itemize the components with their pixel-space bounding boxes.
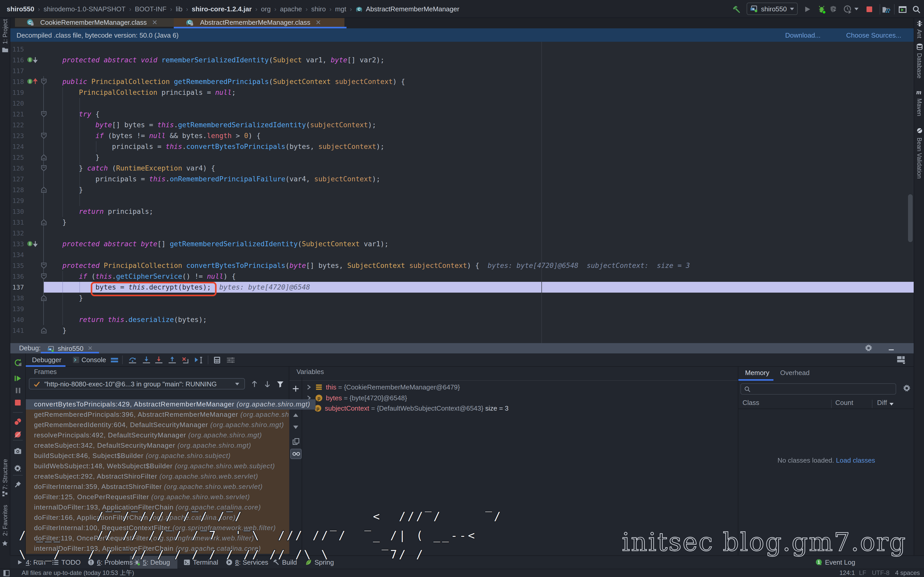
toolwindow-bean-validation-label[interactable]: Bean Validation bbox=[916, 137, 922, 179]
watch-down-icon[interactable] bbox=[291, 422, 300, 431]
tab-cookieremembermemanager[interactable]: C CookieRememberMeManager.class ✕ bbox=[15, 18, 174, 27]
debug-icon[interactable] bbox=[817, 5, 826, 14]
stack-frame-row[interactable]: createSubject:292, AbstractShiroFilter (… bbox=[26, 471, 289, 482]
ant-toolwindow-icon[interactable] bbox=[916, 20, 923, 27]
session-close-icon[interactable]: ✕ bbox=[88, 345, 93, 352]
coverage-icon[interactable] bbox=[829, 5, 838, 14]
code-editor[interactable]: 115116I117118I11912012112212312412512612… bbox=[10, 42, 914, 343]
load-classes-link[interactable]: Load classes bbox=[836, 456, 875, 464]
toolwindow-maven-label[interactable]: Maven bbox=[916, 98, 922, 116]
caret-position[interactable]: 124:1 bbox=[840, 569, 855, 577]
evaluate-expression-icon[interactable] bbox=[212, 356, 221, 364]
memory-settings-icon[interactable] bbox=[902, 384, 911, 393]
line-ending[interactable]: LF bbox=[859, 569, 866, 577]
editor-scrollbar[interactable] bbox=[908, 194, 913, 242]
tab-close-icon[interactable]: ✕ bbox=[152, 19, 158, 26]
toolwindow-toggle-icon[interactable] bbox=[3, 570, 10, 577]
search-everywhere-icon[interactable] bbox=[912, 5, 921, 14]
filter-frames-icon[interactable] bbox=[276, 379, 284, 388]
stack-frame-row[interactable]: createSubject:342, DefaultSecurityManage… bbox=[26, 440, 289, 451]
frame-up-icon[interactable] bbox=[250, 379, 259, 388]
run-icon[interactable] bbox=[803, 5, 812, 14]
stack-frame-row[interactable]: resolvePrincipals:492, DefaultSecurityMa… bbox=[26, 430, 289, 440]
toolwindow-ant-label[interactable]: Ant bbox=[916, 29, 922, 39]
choose-sources-link[interactable]: Choose Sources... bbox=[846, 31, 901, 39]
pin-tab-icon[interactable] bbox=[13, 480, 22, 489]
tab-abstractremembermemanager[interactable]: (C) AbstractRememberMeManager.class ✕ bbox=[174, 18, 344, 27]
profiler-icon[interactable] bbox=[843, 5, 852, 14]
layout-settings-icon[interactable] bbox=[226, 356, 235, 364]
thread-dump-icon[interactable] bbox=[13, 446, 22, 455]
variable-row[interactable]: pbytes = {byte[4720]@6548} bbox=[302, 393, 407, 403]
tab-overhead[interactable]: Overhead bbox=[780, 367, 809, 379]
toolwindow-project-label[interactable]: 1: Project bbox=[2, 19, 8, 44]
column-count[interactable]: Count bbox=[835, 399, 853, 406]
run-anything-icon[interactable] bbox=[898, 5, 907, 14]
stack-frame-row[interactable]: getRememberedIdentity:604, DefaultSecuri… bbox=[26, 420, 289, 430]
stack-frame-row[interactable]: buildWebSubject:148, WebSubject$Builder … bbox=[26, 461, 289, 471]
stack-frame-row[interactable]: doFilterInternal:359, AbstractShiroFilte… bbox=[26, 482, 289, 492]
project-structure-icon[interactable] bbox=[881, 5, 890, 14]
tab-debugger[interactable]: Debugger bbox=[32, 353, 61, 366]
step-into-icon[interactable] bbox=[142, 356, 150, 364]
variable-row[interactable]: this = {CookieRememberMeManager@6479} bbox=[302, 382, 460, 393]
settings-gear-icon[interactable] bbox=[865, 344, 872, 352]
stop-icon[interactable] bbox=[865, 5, 874, 14]
toolwindow-database-label[interactable]: Database bbox=[916, 53, 922, 78]
tab-memory[interactable]: Memory bbox=[745, 367, 769, 379]
pause-icon[interactable] bbox=[13, 386, 22, 395]
variable-row[interactable]: psubjectContext = {DefaultWebSubjectCont… bbox=[302, 403, 509, 414]
debug-settings-icon[interactable] bbox=[13, 464, 22, 472]
watch-up-icon[interactable] bbox=[291, 411, 300, 420]
code-token bbox=[182, 262, 186, 269]
force-step-into-icon[interactable] bbox=[154, 356, 163, 364]
event-log-item[interactable]: 1 Event Log bbox=[815, 556, 855, 569]
tab-close-icon[interactable]: ✕ bbox=[315, 19, 321, 26]
column-diff[interactable]: Diff bbox=[877, 399, 887, 406]
step-out-icon[interactable] bbox=[168, 356, 176, 364]
restore-layout-icon[interactable] bbox=[897, 356, 905, 364]
stack-frame-row[interactable]: doFilter:125, OncePerRequestFilter (org.… bbox=[26, 492, 289, 502]
status-message[interactable]: All files are up-to-date (today 10:53 上午… bbox=[22, 569, 134, 577]
file-encoding[interactable]: UTF-8 bbox=[872, 569, 890, 577]
toolwindow-favorites-label[interactable]: 2: Favorites bbox=[2, 505, 8, 536]
frame-down-icon[interactable] bbox=[263, 379, 272, 388]
implemented-marker-icon[interactable]: I bbox=[27, 240, 38, 247]
step-over-icon[interactable] bbox=[128, 356, 137, 364]
build-hammer-icon[interactable] bbox=[732, 5, 741, 14]
thread-selector[interactable]: "http-nio-8080-exec-10"@6...3 in group "… bbox=[29, 378, 245, 390]
column-class[interactable]: Class bbox=[743, 399, 759, 406]
database-toolwindow-icon[interactable] bbox=[916, 43, 923, 50]
maven-toolwindow-icon[interactable]: m bbox=[916, 88, 921, 96]
stack-frame-row[interactable]: convertBytesToPrincipals:429, AbstractRe… bbox=[26, 399, 315, 409]
tab-console[interactable]: Console bbox=[81, 353, 106, 366]
rerun-icon[interactable] bbox=[13, 358, 22, 367]
stack-frame-row[interactable]: getRememberedPrincipals:396, AbstractRem… bbox=[26, 409, 289, 420]
structure-toolwindow-icon[interactable] bbox=[2, 490, 8, 497]
code-token: this bbox=[108, 316, 124, 324]
memory-search-input[interactable] bbox=[740, 383, 896, 395]
run-config-selector[interactable]: shiro550 bbox=[746, 3, 798, 15]
stop-debug-icon[interactable] bbox=[13, 398, 22, 407]
favorites-toolwindow-icon[interactable] bbox=[2, 540, 8, 546]
resume-icon[interactable] bbox=[13, 374, 22, 383]
download-link[interactable]: Download... bbox=[785, 31, 821, 39]
threads-view-icon[interactable] bbox=[110, 356, 119, 364]
indent-size[interactable]: 4 spaces bbox=[895, 569, 920, 577]
view-breakpoints-icon[interactable] bbox=[13, 417, 22, 426]
toolwindow-structure-label[interactable]: 7: Structure bbox=[2, 459, 8, 490]
drop-frame-icon[interactable] bbox=[181, 356, 189, 364]
run-to-cursor-icon[interactable] bbox=[194, 356, 203, 364]
expand-chevron-icon[interactable] bbox=[307, 384, 312, 390]
memory-columns-header[interactable]: Class Count Diff bbox=[738, 399, 914, 409]
project-toolwindow-icon[interactable] bbox=[2, 47, 9, 53]
hide-icon[interactable] bbox=[888, 347, 895, 354]
stack-frame-row[interactable]: buildSubject:846, Subject$Builder (org.a… bbox=[26, 451, 289, 461]
implemented-marker-icon[interactable]: I bbox=[27, 56, 38, 63]
mute-breakpoints-icon[interactable] bbox=[13, 430, 22, 439]
bean-validation-toolwindow-icon[interactable] bbox=[916, 127, 923, 134]
duplicate-watch-icon[interactable] bbox=[291, 437, 300, 446]
show-watches-icon[interactable] bbox=[290, 449, 302, 459]
add-watch-icon[interactable] bbox=[291, 384, 300, 393]
overrides-marker-icon[interactable]: I bbox=[27, 78, 38, 85]
